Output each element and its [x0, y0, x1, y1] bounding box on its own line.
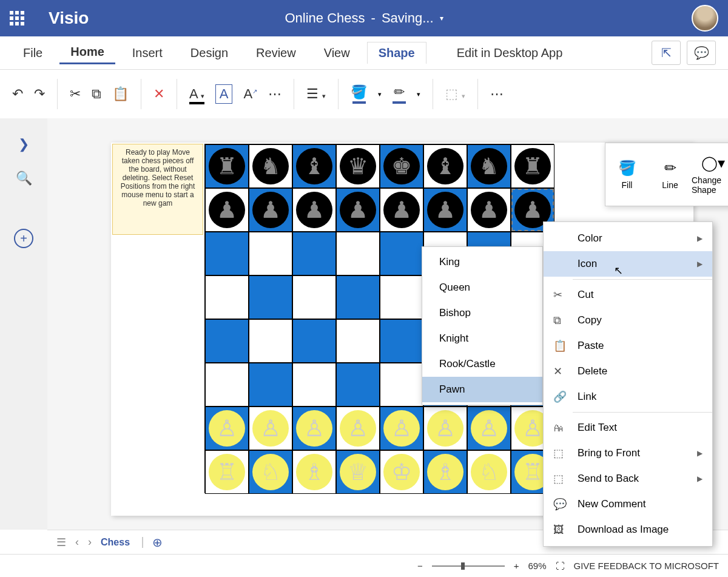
chess-piece[interactable]: ♘ — [252, 454, 289, 490]
chess-piece[interactable]: ♟ — [252, 192, 289, 228]
board-square[interactable] — [205, 275, 249, 319]
ctx-bring-front[interactable]: ⬚Bring to Front▶ — [544, 440, 712, 466]
chess-piece[interactable]: ♜ — [514, 148, 551, 184]
board-square[interactable]: ♛ — [336, 144, 380, 188]
board-square[interactable]: ♔ — [380, 450, 423, 494]
chess-piece[interactable]: ♟ — [340, 192, 376, 228]
text-box-icon[interactable]: A — [215, 84, 233, 104]
board-square[interactable] — [249, 232, 292, 275]
chess-piece[interactable]: ♙ — [209, 410, 245, 447]
zoom-in-icon[interactable]: + — [514, 561, 519, 571]
board-square[interactable] — [380, 232, 423, 275]
app-launcher-icon[interactable] — [10, 11, 24, 25]
board-square[interactable]: ♘ — [467, 450, 511, 494]
board-square[interactable]: ♟ — [292, 188, 336, 232]
fill-color-icon[interactable]: 🪣 — [351, 84, 367, 104]
board-square[interactable] — [249, 363, 292, 407]
ctx-delete[interactable]: ✕Delete — [544, 359, 712, 384]
board-square[interactable] — [292, 275, 336, 319]
board-square[interactable] — [336, 319, 380, 363]
board-square[interactable]: ♙ — [205, 407, 249, 450]
sub-king[interactable]: King — [422, 249, 542, 275]
chess-piece[interactable]: ♞ — [471, 148, 507, 184]
page-tab[interactable]: Chess — [101, 537, 143, 548]
zoom-level[interactable]: 69% — [528, 561, 546, 571]
board-square[interactable]: ♕ — [336, 450, 380, 494]
mini-fill-button[interactable]: 🪣Fill — [605, 143, 649, 206]
redo-icon[interactable]: ↷ — [34, 86, 45, 102]
tab-file[interactable]: File — [12, 42, 53, 64]
tab-view[interactable]: View — [313, 42, 361, 64]
sub-rook[interactable]: Rook/Castle — [422, 351, 542, 377]
board-square[interactable] — [336, 275, 380, 319]
board-square[interactable] — [336, 232, 380, 275]
chess-piece[interactable]: ♝ — [427, 148, 463, 184]
sub-pawn[interactable]: Pawn — [422, 377, 542, 402]
chess-piece[interactable]: ♙ — [383, 410, 420, 447]
chess-piece[interactable]: ♝ — [296, 148, 332, 184]
chess-piece[interactable]: ♙ — [427, 410, 463, 447]
user-avatar[interactable] — [692, 5, 718, 32]
board-square[interactable]: ♜ — [205, 144, 249, 188]
expand-rail-icon[interactable]: ❯ — [18, 137, 29, 152]
chess-piece[interactable]: ♙ — [252, 410, 289, 447]
tab-design[interactable]: Design — [180, 42, 239, 64]
chess-piece[interactable]: ♖ — [209, 454, 245, 490]
board-square[interactable] — [336, 363, 380, 407]
chess-piece[interactable]: ♘ — [471, 454, 507, 490]
board-square[interactable] — [292, 319, 336, 363]
cut-icon[interactable]: ✂ — [70, 86, 81, 102]
search-icon[interactable]: 🔍 — [16, 170, 32, 186]
board-square[interactable]: ♙ — [336, 407, 380, 450]
mini-line-button[interactable]: ✏Line — [649, 143, 692, 206]
board-square[interactable]: ♟ — [467, 188, 511, 232]
ctx-comment[interactable]: 💬New Comment — [544, 491, 712, 517]
add-page-icon[interactable]: ⊕ — [152, 535, 163, 550]
chess-piece[interactable]: ♚ — [383, 148, 420, 184]
ctx-send-back[interactable]: ⬚Send to Back▶ — [544, 466, 712, 491]
align-icon[interactable]: ☰ ▾ — [306, 86, 326, 102]
board-square[interactable]: ♙ — [249, 407, 292, 450]
more-font-icon[interactable]: ⋯ — [268, 86, 281, 102]
ctx-link[interactable]: 🔗Link — [544, 384, 712, 410]
chess-piece[interactable]: ♟ — [471, 192, 507, 228]
paste-icon[interactable]: 📋 — [112, 86, 129, 102]
chess-piece[interactable]: ♜ — [209, 148, 245, 184]
more-tools-icon[interactable]: ⋯ — [490, 86, 504, 102]
board-square[interactable]: ♞ — [467, 144, 511, 188]
edit-desktop-button[interactable]: Edit in Desktop App — [457, 46, 563, 60]
board-square[interactable]: ♗ — [292, 450, 336, 494]
ctx-icon[interactable]: Icon▶ — [544, 251, 712, 277]
ctx-cut[interactable]: ✂Cut — [544, 282, 712, 308]
sub-bishop[interactable]: Bishop — [422, 300, 542, 326]
board-square[interactable] — [205, 363, 249, 407]
chess-piece[interactable]: ♙ — [471, 410, 507, 447]
board-square[interactable]: ♟ — [205, 188, 249, 232]
instructions-note[interactable]: Ready to play Move taken chess pieces of… — [112, 144, 203, 235]
board-square[interactable] — [249, 319, 292, 363]
document-title[interactable]: Online Chess - Saving... ▾ — [285, 10, 443, 26]
fit-page-icon[interactable]: ⛶ — [556, 561, 565, 571]
prev-page-icon[interactable]: ‹ — [75, 536, 79, 548]
chess-piece[interactable]: ♟ — [209, 192, 245, 228]
tab-review[interactable]: Review — [245, 42, 307, 64]
add-shape-icon[interactable]: + — [14, 229, 33, 248]
chess-piece[interactable]: ♞ — [252, 148, 289, 184]
board-square[interactable]: ♞ — [249, 144, 292, 188]
chess-piece[interactable]: ♟ — [296, 192, 332, 228]
board-square[interactable]: ♝ — [423, 144, 467, 188]
delete-icon[interactable]: ✕ — [153, 86, 164, 102]
board-square[interactable] — [380, 275, 423, 319]
board-square[interactable] — [380, 319, 423, 363]
share-icon[interactable]: ⇱ — [652, 41, 681, 65]
board-square[interactable]: ♙ — [467, 407, 511, 450]
chess-piece[interactable]: ♗ — [296, 454, 332, 490]
board-square[interactable] — [205, 232, 249, 275]
board-square[interactable]: ♖ — [205, 450, 249, 494]
comments-icon[interactable]: 💬 — [687, 41, 716, 65]
board-square[interactable] — [380, 363, 423, 407]
board-square[interactable]: ♙ — [292, 407, 336, 450]
chess-piece[interactable]: ♛ — [340, 148, 376, 184]
ctx-download[interactable]: 🖼Download as Image — [544, 517, 712, 542]
board-square[interactable]: ♝ — [292, 144, 336, 188]
